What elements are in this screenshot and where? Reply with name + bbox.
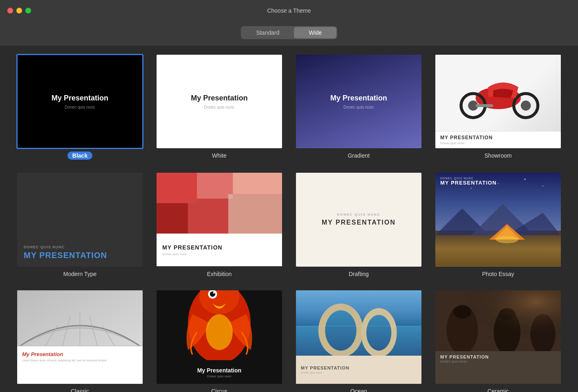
classic-label: Classic bbox=[71, 388, 89, 392]
ocean-label: Ocean bbox=[350, 388, 367, 392]
ocean-text-area: MY PRESENTATION Donec quis nunc bbox=[296, 356, 421, 384]
svg-point-24 bbox=[542, 186, 543, 187]
svg-point-20 bbox=[496, 236, 518, 243]
close-button[interactable] bbox=[7, 8, 13, 13]
circus-image bbox=[157, 290, 282, 361]
window-title: Choose a Theme bbox=[267, 7, 311, 14]
modern-title: MY PRESENTATION bbox=[24, 251, 136, 260]
svg-point-40 bbox=[206, 314, 233, 350]
exhibition-title: MY PRESENTATION bbox=[162, 244, 276, 251]
theme-item-ocean[interactable]: MY PRESENTATION Donec quis nunc Ocean bbox=[295, 290, 422, 392]
ocean-art bbox=[296, 290, 421, 356]
svg-rect-9 bbox=[233, 173, 282, 194]
bridge-art bbox=[17, 290, 143, 347]
theme-thumbnail-gradient[interactable]: My Presentation Donec quis nunc bbox=[295, 54, 422, 149]
classic-text-area: My Presentation Lorem ipsum dolor sit am… bbox=[17, 346, 143, 384]
svg-rect-10 bbox=[157, 203, 188, 234]
svg-point-23 bbox=[524, 179, 526, 180]
parrot-art bbox=[157, 290, 282, 361]
theme-thumbnail-classic[interactable]: My Presentation Lorem ipsum dolor sit am… bbox=[16, 290, 143, 385]
exhibition-art bbox=[157, 173, 282, 234]
photo-essay-text: DONEC QUIS NUNC MY PRESENTATION bbox=[440, 177, 497, 186]
circus-label: Circus bbox=[211, 388, 228, 392]
white-subtitle: Donec quis nunc bbox=[204, 105, 235, 109]
ocean-subtitle: Donec quis nunc bbox=[301, 371, 417, 374]
ceramic-image bbox=[435, 290, 561, 351]
svg-rect-8 bbox=[197, 173, 233, 199]
tab-wide[interactable]: Wide bbox=[294, 27, 336, 38]
circus-title: My Presentation bbox=[197, 367, 241, 374]
ceramic-label: Ceramic bbox=[487, 388, 509, 392]
theme-item-ceramic[interactable]: MY PRESENTATION DONEC QUIS NUNC Ceramic bbox=[435, 290, 562, 392]
ceramic-title: MY PRESENTATION bbox=[440, 354, 556, 359]
showroom-title: MY PRESENTATION bbox=[440, 135, 556, 140]
minimize-button[interactable] bbox=[16, 8, 22, 13]
traffic-lights bbox=[7, 8, 31, 13]
gradient-title: My Presentation bbox=[330, 94, 387, 102]
black-title: My Presentation bbox=[52, 94, 108, 102]
exhibition-subtitle: Donec quis nunc bbox=[162, 252, 276, 256]
drafting-small-label: DONEC QUIS NUNC bbox=[337, 213, 380, 216]
modern-type-label: Modern Type bbox=[63, 271, 96, 277]
theme-thumbnail-drafting[interactable]: DONEC QUIS NUNC MY PRESENTATION bbox=[295, 172, 422, 267]
tab-standard[interactable]: Standard bbox=[242, 27, 294, 38]
theme-thumbnail-circus[interactable]: My Presentation Donec quis nunc bbox=[156, 290, 283, 385]
theme-item-photo-essay[interactable]: DONEC QUIS NUNC MY PRESENTATION Photo Es… bbox=[435, 172, 562, 277]
ceramic-subtitle: DONEC QUIS NUNC bbox=[440, 360, 556, 363]
gradient-label: Gradient bbox=[348, 152, 370, 159]
exhibition-bg bbox=[157, 173, 282, 234]
black-badge: Black bbox=[67, 151, 92, 160]
black-subtitle: Donec quis nunc bbox=[65, 105, 95, 109]
theme-item-modern-type[interactable]: DONEC QUIS NUNC MY PRESENTATION Modern T… bbox=[16, 172, 143, 277]
maximize-button[interactable] bbox=[25, 8, 31, 13]
theme-thumbnail-black[interactable]: My Presentation Donec quis nunc bbox=[16, 54, 143, 149]
svg-point-2 bbox=[521, 100, 531, 111]
ocean-image bbox=[296, 290, 421, 356]
theme-thumbnail-ocean[interactable]: MY PRESENTATION Donec quis nunc bbox=[295, 290, 422, 385]
svg-point-46 bbox=[366, 314, 391, 350]
theme-item-exhibition[interactable]: MY PRESENTATION Donec quis nunc Exhibiti… bbox=[156, 172, 283, 277]
exhibition-label: Exhibition bbox=[207, 271, 232, 277]
theme-item-gradient[interactable]: My Presentation Donec quis nunc Gradient bbox=[295, 54, 422, 160]
classic-title: My Presentation bbox=[22, 351, 138, 357]
svg-point-25 bbox=[497, 183, 498, 184]
classic-image bbox=[17, 290, 143, 347]
titlebar: Choose a Theme bbox=[0, 0, 578, 21]
svg-rect-5 bbox=[475, 104, 493, 107]
motorcycle-icon bbox=[448, 62, 549, 124]
white-label: White bbox=[212, 152, 227, 159]
svg-rect-7 bbox=[157, 173, 197, 203]
theme-thumbnail-ceramic[interactable]: MY PRESENTATION DONEC QUIS NUNC bbox=[435, 290, 562, 385]
photo-essay-label: Photo Essay bbox=[482, 271, 514, 277]
svg-rect-54 bbox=[435, 290, 561, 351]
theme-thumbnail-modern-type[interactable]: DONEC QUIS NUNC MY PRESENTATION bbox=[16, 172, 143, 267]
theme-thumbnail-exhibition[interactable]: MY PRESENTATION Donec quis nunc bbox=[156, 172, 283, 267]
theme-thumbnail-photo-essay[interactable]: DONEC QUIS NUNC MY PRESENTATION bbox=[435, 172, 562, 267]
exhibition-text-area: MY PRESENTATION Donec quis nunc bbox=[157, 234, 282, 266]
theme-item-drafting[interactable]: DONEC QUIS NUNC MY PRESENTATION Drafting bbox=[295, 172, 422, 277]
theme-item-classic[interactable]: My Presentation Lorem ipsum dolor sit am… bbox=[16, 290, 143, 392]
showroom-image-area bbox=[435, 55, 561, 131]
theme-thumbnail-white[interactable]: My Presentation Donec quis nunc bbox=[156, 54, 283, 149]
classic-subtitle: Lorem ipsum dolor sit amet, adipiscing e… bbox=[22, 359, 138, 363]
main-content: My Presentation Donec quis nunc Black My… bbox=[0, 46, 578, 392]
ceramic-text-area: MY PRESENTATION DONEC QUIS NUNC bbox=[435, 351, 561, 384]
tab-group: Standard Wide bbox=[241, 26, 338, 39]
theme-item-black[interactable]: My Presentation Donec quis nunc Black bbox=[16, 54, 143, 160]
theme-item-showroom[interactable]: MY PRESENTATION Donec quis nunc Showroom bbox=[435, 54, 562, 160]
ceramic-art bbox=[435, 290, 561, 351]
theme-item-circus[interactable]: My Presentation Donec quis nunc Circus bbox=[156, 290, 283, 392]
svg-point-44 bbox=[325, 310, 356, 350]
svg-rect-11 bbox=[188, 199, 229, 234]
showroom-subtitle: Donec quis nunc bbox=[440, 141, 556, 145]
theme-thumbnail-showroom[interactable]: MY PRESENTATION Donec quis nunc bbox=[435, 54, 562, 149]
theme-item-white[interactable]: My Presentation Donec quis nunc White bbox=[156, 54, 283, 160]
gradient-subtitle: Donec quis nunc bbox=[343, 105, 374, 109]
svg-point-22 bbox=[471, 188, 472, 189]
photo-essay-bg bbox=[435, 173, 561, 266]
svg-point-39 bbox=[213, 292, 215, 293]
circus-text: My Presentation Donec quis nunc bbox=[197, 367, 241, 378]
white-title: My Presentation bbox=[191, 94, 248, 102]
drafting-title: MY PRESENTATION bbox=[322, 219, 396, 226]
modern-small-label: DONEC QUIS NUNC bbox=[24, 245, 136, 249]
